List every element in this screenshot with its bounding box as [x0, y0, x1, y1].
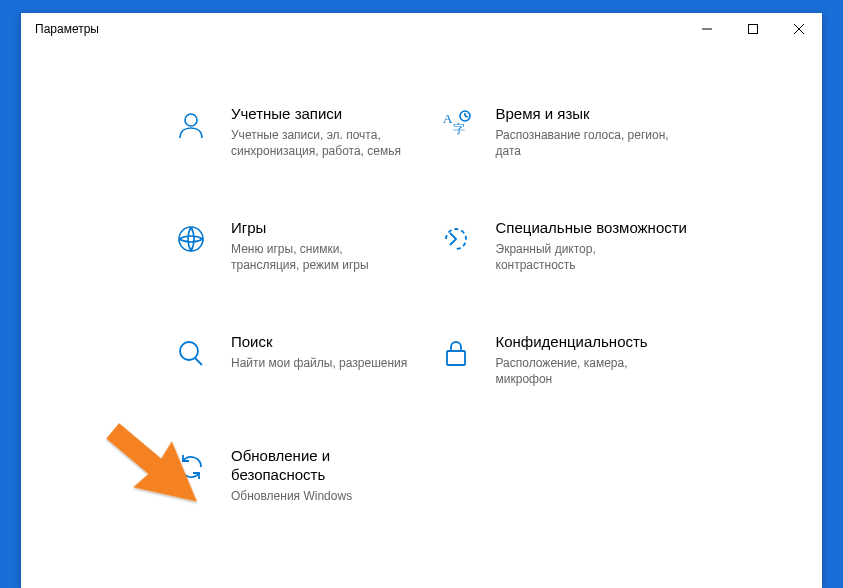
- setting-title: Игры: [231, 219, 412, 238]
- setting-text: Обновление и безопасность Обновления Win…: [231, 447, 412, 504]
- update-sync-icon: [171, 447, 211, 487]
- setting-text: Игры Меню игры, снимки, трансляция, режи…: [231, 219, 412, 273]
- setting-desc: Экранный диктор, контрастность: [496, 241, 676, 273]
- svg-line-9: [465, 116, 468, 117]
- search-icon: [171, 333, 211, 373]
- accounts-icon: [171, 105, 211, 145]
- setting-title: Учетные записи: [231, 105, 412, 124]
- setting-title: Конфиденциальность: [496, 333, 783, 352]
- window-controls: [684, 13, 822, 45]
- setting-search[interactable]: Поиск Найти мои файлы, разрешения: [61, 333, 412, 387]
- svg-point-4: [185, 114, 197, 126]
- svg-line-12: [195, 358, 202, 365]
- setting-text: Поиск Найти мои файлы, разрешения: [231, 333, 412, 371]
- svg-text:A: A: [443, 111, 453, 126]
- svg-text:字: 字: [453, 122, 465, 136]
- maximize-button[interactable]: [730, 13, 776, 45]
- close-icon: [794, 24, 804, 34]
- setting-desc: Расположение, камера, микрофон: [496, 355, 676, 387]
- setting-accounts[interactable]: Учетные записи Учетные записи, эл. почта…: [61, 105, 412, 159]
- setting-title: Поиск: [231, 333, 412, 352]
- svg-rect-1: [749, 25, 758, 34]
- setting-gaming[interactable]: Игры Меню игры, снимки, трансляция, режи…: [61, 219, 412, 273]
- setting-ease-of-access[interactable]: Специальные возможности Экранный диктор,…: [432, 219, 783, 273]
- ease-of-access-icon: [436, 219, 476, 259]
- setting-desc: Меню игры, снимки, трансляция, режим игр…: [231, 241, 411, 273]
- settings-window: Параметры Учетные записи Учетные записи,…: [21, 13, 822, 588]
- setting-desc: Найти мои файлы, разрешения: [231, 355, 411, 371]
- setting-text: Конфиденциальность Расположение, камера,…: [496, 333, 783, 387]
- setting-text: Время и язык Распознавание голоса, регио…: [496, 105, 783, 159]
- window-title: Параметры: [35, 22, 99, 36]
- setting-privacy[interactable]: Конфиденциальность Расположение, камера,…: [432, 333, 783, 387]
- settings-grid: Учетные записи Учетные записи, эл. почта…: [21, 45, 822, 524]
- time-language-icon: A 字: [436, 105, 476, 145]
- minimize-icon: [702, 24, 712, 34]
- minimize-button[interactable]: [684, 13, 730, 45]
- setting-desc: Учетные записи, эл. почта, синхронизация…: [231, 127, 411, 159]
- setting-update-security[interactable]: Обновление и безопасность Обновления Win…: [61, 447, 412, 504]
- maximize-icon: [748, 24, 758, 34]
- setting-time-language[interactable]: A 字 Время и язык Распознавание голоса, р…: [432, 105, 783, 159]
- setting-desc: Распознавание голоса, регион, дата: [496, 127, 676, 159]
- setting-text: Учетные записи Учетные записи, эл. почта…: [231, 105, 412, 159]
- svg-point-11: [180, 342, 198, 360]
- setting-title: Обновление и безопасность: [231, 447, 412, 485]
- titlebar: Параметры: [21, 13, 822, 45]
- setting-title: Специальные возможности: [496, 219, 783, 238]
- close-button[interactable]: [776, 13, 822, 45]
- setting-desc: Обновления Windows: [231, 488, 411, 504]
- setting-title: Время и язык: [496, 105, 783, 124]
- privacy-lock-icon: [436, 333, 476, 373]
- svg-point-10: [179, 227, 203, 251]
- gaming-icon: [171, 219, 211, 259]
- svg-rect-13: [447, 351, 465, 365]
- setting-text: Специальные возможности Экранный диктор,…: [496, 219, 783, 273]
